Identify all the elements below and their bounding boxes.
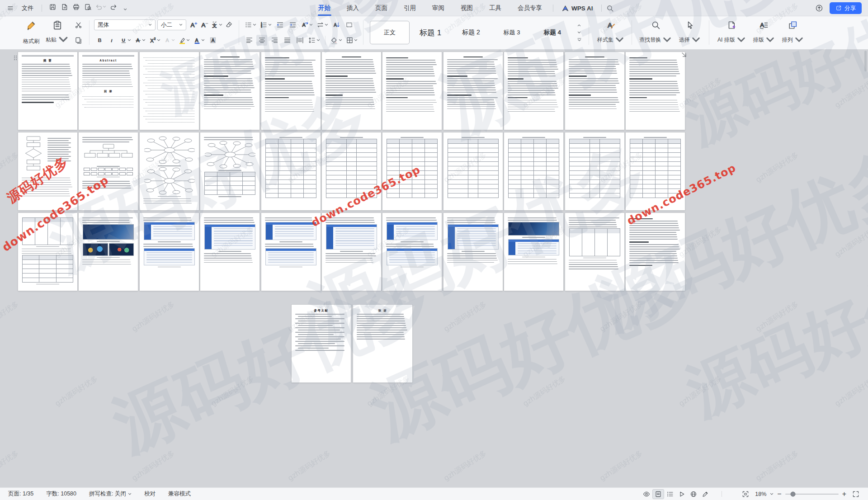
redo-button[interactable] — [108, 1, 119, 13]
print-preview-button[interactable] — [82, 1, 94, 13]
page-thumbnail-18[interactable] — [382, 132, 442, 210]
zoom-slider-knob[interactable] — [791, 491, 796, 496]
typeset-button[interactable]: A排版 — [750, 19, 778, 47]
arrange-button[interactable]: 排列 — [778, 19, 807, 47]
page-thumbnail-20[interactable] — [504, 132, 563, 210]
style-active-0[interactable]: 正文 — [370, 21, 410, 44]
gallery-scroll-down-button[interactable] — [576, 29, 583, 36]
underline-button[interactable]: U — [119, 35, 132, 46]
proofread[interactable]: 校对 — [144, 490, 156, 498]
page-indicator[interactable]: 页面: 1/35 — [8, 490, 33, 498]
eye-protection-button[interactable] — [641, 489, 652, 499]
page-thumbnail-5[interactable] — [261, 52, 321, 130]
outline-view-button[interactable] — [664, 489, 676, 499]
format-painter-button[interactable]: 格式刷 — [20, 19, 42, 47]
tab-wps-ai[interactable]: WPS AI — [556, 0, 599, 16]
text-effect-button[interactable]: A — [163, 35, 176, 46]
global-menu-button[interactable] — [5, 2, 16, 14]
select-button[interactable]: 选择 — [675, 19, 704, 47]
style-2[interactable]: 标题 2 — [451, 21, 491, 44]
scroll-corner-icon[interactable] — [681, 52, 687, 58]
highlight-color-button[interactable] — [178, 35, 191, 46]
page-thumbnail-32[interactable] — [565, 213, 624, 291]
page-thumbnail-8[interactable] — [443, 52, 503, 130]
cjk-layout-button[interactable] — [316, 19, 329, 30]
cut-button[interactable] — [73, 19, 84, 30]
font-family-select[interactable]: 黑体 — [94, 19, 156, 30]
pinyin-guide-button[interactable]: 文 — [210, 19, 223, 30]
copy-button[interactable] — [73, 35, 84, 46]
decrease-indent-button[interactable] — [274, 19, 285, 30]
tab-5[interactable]: 视图 — [453, 0, 481, 16]
page-thumbnail-7[interactable] — [382, 52, 442, 130]
web-view-button[interactable] — [688, 489, 699, 499]
zoom-out-button[interactable]: − — [777, 491, 781, 498]
word-count[interactable]: 字数: 10580 — [46, 490, 76, 498]
page-thumbnail-19[interactable] — [443, 132, 503, 210]
style-4[interactable]: 标题 4 — [533, 21, 572, 44]
tab-2[interactable]: 页面 — [367, 0, 396, 16]
find-replace-button[interactable]: 查找替换 — [636, 19, 675, 47]
tab-1[interactable]: 插入 — [339, 0, 367, 16]
share-button[interactable]: 分享 — [830, 2, 862, 14]
bold-button[interactable]: B — [94, 35, 105, 46]
spell-check[interactable]: 拼写检查: 关闭 — [89, 490, 132, 498]
page-thumbnail-16[interactable] — [261, 132, 321, 210]
page-thumbnail-3[interactable] — [140, 52, 199, 130]
page-thumbnail-1[interactable]: 摘 要 — [18, 52, 77, 130]
save-button[interactable] — [47, 1, 58, 13]
page-thumbnail-2[interactable]: Abstract目 录 — [79, 52, 138, 130]
character-shading-button[interactable]: A — [208, 35, 218, 46]
superscript-button[interactable]: X2 — [148, 35, 161, 46]
zoom-slider[interactable] — [785, 494, 839, 495]
distribute-button[interactable] — [294, 35, 305, 46]
style-set-button[interactable]: A样式集 — [594, 19, 628, 47]
style-1[interactable]: 标题 1 — [410, 21, 450, 44]
shading-button[interactable] — [330, 35, 343, 46]
page-view-button[interactable] — [652, 489, 664, 499]
style-3[interactable]: 标题 3 — [492, 21, 532, 44]
page-thumbnail-6[interactable] — [322, 52, 381, 130]
align-center-button[interactable] — [256, 35, 267, 46]
tab-3[interactable]: 引用 — [396, 0, 424, 16]
strikethrough-button[interactable]: A — [134, 35, 146, 46]
tab-4[interactable]: 审阅 — [424, 0, 453, 16]
line-spacing-button[interactable] — [307, 35, 321, 46]
decrease-font-size-button[interactable]: A — [199, 19, 210, 30]
page-thumbnail-12[interactable] — [18, 132, 77, 210]
page-thumbnail-34[interactable]: 参考文献 — [292, 305, 351, 382]
page-thumbnail-24[interactable] — [79, 213, 138, 291]
print-button[interactable] — [70, 1, 82, 13]
sync-status-button[interactable] — [813, 2, 825, 14]
gallery-scroll-up-button[interactable] — [576, 22, 583, 28]
page-thumbnail-10[interactable] — [565, 52, 624, 130]
page-thumbnail-31[interactable] — [504, 213, 563, 291]
text-direction-button[interactable]: A — [300, 19, 314, 30]
tab-0[interactable]: 开始 — [310, 0, 339, 16]
page-thumbnail-33[interactable] — [626, 213, 685, 291]
fullscreen-button[interactable] — [850, 489, 862, 499]
page-thumbnail-9[interactable] — [504, 52, 563, 130]
page-thumbnail-25[interactable] — [140, 213, 199, 291]
tab-6[interactable]: 工具 — [481, 0, 509, 16]
page-thumbnail-13[interactable] — [79, 132, 138, 210]
font-color-button[interactable]: A — [193, 35, 206, 46]
page-thumbnail-30[interactable] — [443, 213, 503, 291]
export-button[interactable] — [58, 1, 70, 13]
ink-annotation-button[interactable] — [699, 489, 711, 499]
compatibility-mode[interactable]: 兼容模式 — [168, 490, 191, 498]
read-mode-button[interactable] — [676, 489, 688, 499]
align-right-button[interactable] — [269, 35, 280, 46]
align-left-button[interactable] — [244, 35, 255, 46]
undo-button[interactable] — [94, 1, 108, 13]
vertical-scrollbar[interactable] — [864, 51, 867, 71]
file-menu-button[interactable]: 文件 — [18, 2, 37, 14]
more-commands-button[interactable] — [119, 4, 131, 15]
bullet-list-button[interactable] — [244, 19, 257, 30]
tab-7[interactable]: 会员专享 — [509, 0, 550, 16]
zoom-value[interactable]: 18% — [755, 491, 766, 497]
show-formatting-marks-button[interactable] — [344, 19, 354, 30]
page-thumbnail-21[interactable] — [565, 132, 624, 210]
page-thumbnail-11[interactable] — [626, 52, 685, 130]
zoom-in-button[interactable]: + — [842, 491, 846, 498]
